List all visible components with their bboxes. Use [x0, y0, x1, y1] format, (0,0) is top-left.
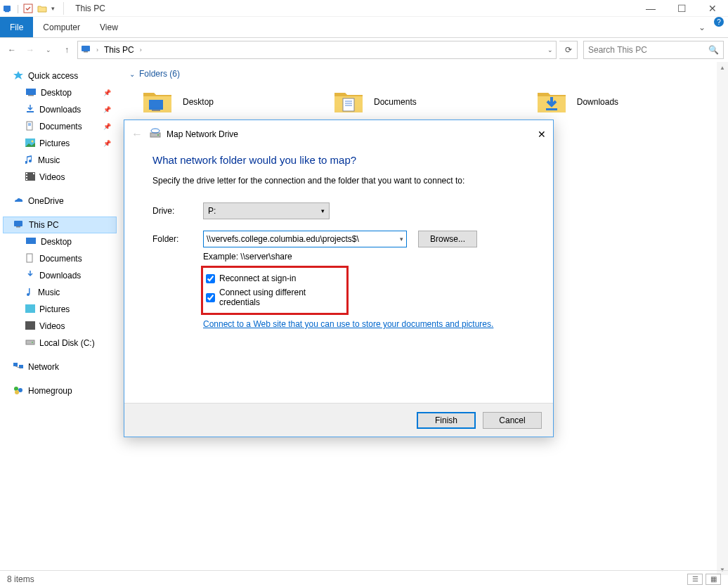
- folders-header-label: Folders (6): [139, 69, 180, 79]
- svg-rect-4: [84, 51, 88, 53]
- nav-homegroup[interactable]: Homegroup: [3, 382, 117, 399]
- nav-network[interactable]: Network: [3, 359, 117, 375]
- folder-documents[interactable]: Documents: [333, 89, 417, 115]
- pictures-icon: [25, 304, 35, 315]
- nav-quickaccess-label: Quick access: [28, 71, 78, 81]
- folder-label: Folder:: [152, 234, 203, 244]
- thispc-icon: [13, 219, 25, 231]
- breadcrumb-sep-2[interactable]: ›: [140, 46, 142, 53]
- location-icon: [81, 44, 92, 56]
- nav-thispc[interactable]: This PC: [3, 217, 117, 233]
- reconnect-checkbox[interactable]: [206, 274, 215, 283]
- tab-computer[interactable]: Computer: [33, 17, 90, 37]
- minimize-button[interactable]: —: [644, 3, 658, 14]
- svg-point-32: [14, 387, 18, 391]
- reconnect-checkbox-row[interactable]: Reconnect at sign-in: [206, 273, 344, 283]
- help-icon[interactable]: ?: [714, 17, 724, 27]
- svg-point-44: [151, 129, 160, 133]
- view-details-button[interactable]: ☰: [687, 574, 703, 585]
- close-button[interactable]: ✕: [706, 3, 720, 14]
- dialog-back-icon[interactable]: ←: [131, 128, 143, 141]
- nav-history-dropdown[interactable]: ⌄: [41, 42, 56, 58]
- folders-header[interactable]: ⌄ Folders (6): [129, 69, 718, 79]
- folder-downloads[interactable]: Downloads: [536, 89, 618, 115]
- nav-pc-localdisk[interactable]: Local Disk (C:): [3, 335, 117, 351]
- new-folder-icon[interactable]: [37, 4, 47, 13]
- nav-quickaccess[interactable]: Quick access: [3, 67, 117, 84]
- folder-input[interactable]: [207, 234, 397, 244]
- cancel-button[interactable]: Cancel: [483, 412, 542, 429]
- svg-rect-17: [26, 179, 27, 180]
- nav-pc-desktop[interactable]: Desktop: [3, 233, 117, 250]
- svg-rect-9: [27, 122, 32, 130]
- credentials-checkbox[interactable]: [206, 293, 215, 302]
- finish-button[interactable]: Finish: [417, 412, 476, 429]
- search-box[interactable]: Search This PC 🔍: [583, 41, 724, 59]
- maximize-button[interactable]: ☐: [675, 3, 689, 14]
- browse-button[interactable]: Browse...: [418, 231, 477, 247]
- nav-quick-pictures[interactable]: Pictures 📌: [3, 135, 117, 152]
- nav-quick-downloads[interactable]: Downloads 📌: [3, 101, 117, 118]
- nav-quick-music[interactable]: Music: [3, 152, 117, 169]
- download-icon: [25, 104, 35, 116]
- svg-rect-8: [27, 111, 34, 112]
- nav-quick-desktop[interactable]: Desktop 📌: [3, 84, 117, 101]
- nav-label: Network: [28, 362, 59, 372]
- nav-onedrive[interactable]: OneDrive: [3, 193, 117, 209]
- nav-label: Downloads: [39, 271, 81, 280]
- svg-rect-1: [5, 11, 9, 12]
- breadcrumb-thispc[interactable]: This PC: [103, 45, 136, 55]
- folder-desktop[interactable]: Desktop: [142, 89, 214, 115]
- properties-icon[interactable]: [23, 4, 33, 13]
- dialog-close-button[interactable]: ✕: [538, 129, 546, 140]
- nav-pc-music[interactable]: Music: [3, 284, 117, 301]
- example-text: Example: \\server\share: [203, 252, 536, 262]
- network-drive-icon: [150, 128, 162, 141]
- breadcrumb-sep[interactable]: ›: [96, 46, 98, 53]
- pin-icon: 📌: [103, 123, 111, 130]
- nav-pc-videos[interactable]: Videos: [3, 318, 117, 335]
- address-row: ← → ⌄ ↑ › This PC › ⌄ ⟳ Search This PC 🔍: [0, 38, 728, 62]
- svg-rect-36: [152, 110, 160, 111]
- svg-rect-3: [82, 46, 90, 51]
- tab-view[interactable]: View: [90, 17, 128, 37]
- address-dropdown-icon[interactable]: ⌄: [547, 46, 553, 53]
- drive-select[interactable]: P: ▾: [203, 202, 330, 219]
- nav-label: Videos: [39, 172, 65, 182]
- nav-label: This PC: [29, 220, 59, 230]
- dialog-instruction: Specify the drive letter for the connect…: [152, 176, 536, 186]
- nav-pc-documents[interactable]: Documents: [3, 250, 117, 267]
- address-bar[interactable]: › This PC › ⌄: [77, 41, 557, 59]
- onedrive-icon: [13, 196, 24, 207]
- tab-file[interactable]: File: [0, 17, 33, 37]
- vertical-scrollbar[interactable]: ▲ ▼: [717, 62, 728, 575]
- connect-website-link[interactable]: Connect to a Web site that you can use t…: [203, 319, 536, 329]
- dialog-title: Map Network Drive: [167, 129, 238, 139]
- nav-forward-button[interactable]: →: [22, 42, 38, 58]
- scroll-up-icon[interactable]: ▲: [717, 62, 728, 73]
- credentials-checkbox-row[interactable]: Connect using different credentials: [206, 288, 344, 307]
- pin-icon: 📌: [103, 89, 111, 96]
- nav-up-button[interactable]: ↑: [59, 42, 74, 58]
- dialog-titlebar: ← Map Network Drive ✕: [124, 120, 553, 148]
- status-text: 8 items: [7, 574, 34, 584]
- nav-back-button[interactable]: ←: [4, 42, 20, 58]
- folder-combobox[interactable]: ▾: [203, 231, 407, 247]
- ribbon-expand-icon[interactable]: ⌄: [694, 17, 710, 37]
- nav-label: OneDrive: [28, 196, 64, 206]
- svg-rect-7: [28, 95, 34, 96]
- nav-pc-pictures[interactable]: Pictures: [3, 301, 117, 318]
- nav-label: Downloads: [39, 105, 81, 115]
- nav-pc-downloads[interactable]: Downloads: [3, 267, 117, 284]
- folder-icon: [536, 89, 567, 115]
- navigation-tree: Quick access Desktop 📌 Downloads 📌 Docum…: [0, 62, 119, 575]
- refresh-button[interactable]: ⟳: [559, 41, 578, 59]
- qat-dropdown-icon[interactable]: ▾: [51, 5, 55, 12]
- nav-label: Documents: [39, 122, 82, 131]
- documents-icon: [25, 121, 35, 133]
- nav-quick-documents[interactable]: Documents 📌: [3, 118, 117, 135]
- status-bar: 8 items ☰ ▦: [0, 570, 728, 587]
- credentials-label: Connect using different credentials: [219, 288, 344, 307]
- view-large-button[interactable]: ▦: [706, 574, 721, 585]
- nav-quick-videos[interactable]: Videos: [3, 169, 117, 186]
